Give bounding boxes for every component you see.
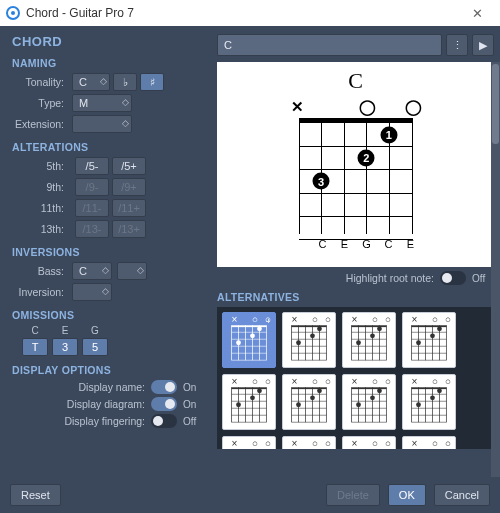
svg-point-53 (356, 340, 361, 345)
flat-button[interactable]: ♭ (113, 73, 137, 91)
ok-button[interactable]: OK (388, 484, 426, 506)
titlebar: Chord - Guitar Pro 7 ✕ (0, 0, 500, 26)
display-name-toggle[interactable] (151, 380, 177, 394)
svg-point-35 (296, 340, 301, 345)
svg-text:○: ○ (265, 378, 271, 387)
svg-text:○: ○ (445, 378, 451, 387)
svg-text:○: ○ (372, 316, 378, 325)
chord-heading: CHORD (12, 34, 203, 49)
display-name-label: Display name: (78, 381, 145, 393)
svg-text:○: ○ (312, 316, 318, 325)
search-input[interactable]: C (217, 34, 442, 56)
alt-3-minus[interactable]: /13- (75, 220, 109, 238)
svg-point-107 (296, 402, 301, 407)
cancel-button[interactable]: Cancel (434, 484, 490, 506)
bass-fret-select[interactable] (117, 262, 147, 280)
alt-3-plus[interactable]: /13+ (112, 220, 146, 238)
alternative-chord[interactable]: ×○○ (282, 312, 336, 368)
display-fingering-state: Off (183, 416, 203, 427)
alternative-chord[interactable]: ×○○ (282, 374, 336, 430)
alternative-chord[interactable]: ×○○ (342, 436, 396, 449)
extension-label: Extension: (12, 118, 72, 130)
alternative-chord[interactable]: ×○○ (282, 436, 336, 449)
display-diagram-state: On (183, 399, 203, 410)
alt-1-plus[interactable]: /9+ (112, 178, 146, 196)
svg-point-88 (250, 395, 255, 400)
alt-2-minus[interactable]: /11- (75, 199, 109, 217)
svg-point-69 (437, 326, 442, 331)
alt-0-minus[interactable]: /5- (75, 157, 109, 175)
omit-note: E (62, 325, 69, 336)
alternative-chord[interactable]: ×○○ (402, 312, 456, 368)
alternative-chord[interactable]: ×○○ (342, 374, 396, 430)
svg-text:○: ○ (312, 440, 318, 449)
more-icon[interactable]: ⋮ (446, 34, 468, 56)
inversion-select[interactable] (72, 283, 112, 301)
svg-text:×: × (412, 440, 418, 449)
svg-text:○: ○ (432, 316, 438, 325)
alt-2-plus[interactable]: /11+ (112, 199, 146, 217)
play-icon[interactable]: ▶ (472, 34, 494, 56)
string-marker (334, 98, 354, 116)
svg-text:×: × (352, 440, 358, 449)
display-heading: DISPLAY OPTIONS (12, 364, 203, 376)
alternative-chord[interactable]: ×○○ (402, 436, 456, 449)
highlight-toggle[interactable] (440, 271, 466, 285)
display-diagram-toggle[interactable] (151, 397, 177, 411)
svg-text:×: × (412, 378, 418, 387)
alternative-chord[interactable]: ×○○ (342, 312, 396, 368)
svg-rect-111 (352, 387, 387, 389)
omit-degree-button[interactable]: 3 (52, 338, 78, 356)
inversion-label: Inversion: (12, 286, 72, 298)
svg-text:○: ○ (252, 378, 258, 387)
svg-point-123 (377, 388, 382, 393)
svg-text:○: ○ (385, 316, 391, 325)
alternative-chord[interactable]: ×○○ (222, 374, 276, 430)
extension-select[interactable] (72, 115, 132, 133)
svg-rect-57 (412, 325, 447, 327)
tonality-select[interactable]: C (72, 73, 110, 91)
svg-point-89 (236, 402, 241, 407)
app-icon (6, 6, 20, 20)
alternative-chord[interactable]: ×○○ (402, 374, 456, 430)
svg-text:○: ○ (432, 378, 438, 387)
type-label: Type: (12, 97, 72, 109)
chord-name: C (223, 68, 488, 94)
svg-text:×: × (292, 378, 298, 387)
omissions-heading: OMISSIONS (12, 309, 203, 321)
svg-point-106 (310, 395, 315, 400)
svg-rect-129 (412, 387, 447, 389)
string-marker: ✕ (288, 98, 308, 116)
string-marker (380, 98, 400, 116)
omit-note: C (31, 325, 38, 336)
reset-button[interactable]: Reset (10, 484, 61, 506)
alternative-chord[interactable]: ×○○ (222, 312, 276, 368)
omit-degree-button[interactable]: T (22, 338, 48, 356)
close-icon[interactable]: ✕ (460, 6, 494, 21)
display-fingering-label: Display fingering: (64, 415, 145, 427)
svg-rect-39 (352, 325, 387, 327)
type-select[interactable]: M (72, 94, 132, 112)
delete-button[interactable]: Delete (326, 484, 380, 506)
omit-degree-button[interactable]: 5 (82, 338, 108, 356)
svg-text:○: ○ (372, 378, 378, 387)
finger-dot: 1 (380, 126, 397, 143)
svg-point-70 (430, 333, 435, 338)
alt-0-plus[interactable]: /5+ (112, 157, 146, 175)
window-title: Chord - Guitar Pro 7 (26, 6, 460, 20)
bass-select[interactable]: C (72, 262, 112, 280)
alternative-chord[interactable]: ×○○ (222, 436, 276, 449)
display-name-state: On (183, 382, 203, 393)
alt-1-minus[interactable]: /9- (75, 178, 109, 196)
svg-point-33 (317, 326, 322, 331)
scrollbar[interactable] (491, 62, 500, 477)
sharp-button[interactable]: ♯ (140, 73, 164, 91)
tonality-label: Tonality: (12, 76, 72, 88)
omit-note: G (91, 325, 99, 336)
svg-text:○: ○ (265, 316, 271, 325)
svg-point-52 (370, 333, 375, 338)
svg-point-34 (310, 333, 315, 338)
svg-text:×: × (292, 440, 298, 449)
scrollbar-thumb[interactable] (492, 64, 499, 144)
display-fingering-toggle[interactable] (151, 414, 177, 428)
